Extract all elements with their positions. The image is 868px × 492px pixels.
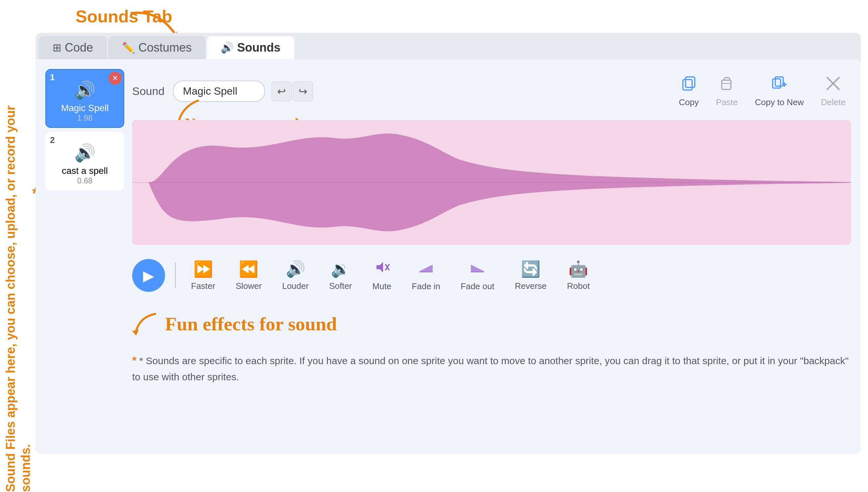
svg-rect-6 bbox=[773, 79, 780, 88]
sound-toolbar: Sound ↩ ↪ Copy bbox=[132, 69, 851, 114]
reverse-label: Reverse bbox=[515, 281, 547, 291]
undo-redo-group: ↩ ↪ bbox=[271, 81, 313, 101]
paste-button[interactable]: Paste bbox=[711, 72, 743, 110]
copy-button[interactable]: Copy bbox=[674, 72, 704, 110]
slower-label: Slower bbox=[236, 281, 262, 291]
tab-code-label: Code bbox=[65, 41, 93, 54]
sound-item-2-number: 2 bbox=[50, 135, 54, 145]
sound-item-2-name: cast a spell bbox=[62, 166, 108, 176]
softer-icon: 🔉 bbox=[331, 260, 351, 278]
fade-in-label: Fade in bbox=[412, 281, 440, 292]
copy-icon bbox=[680, 75, 697, 95]
tab-bar: ⊞ Code ✏️ Costumes 🔊 Sounds bbox=[35, 33, 861, 59]
copy-to-new-label: Copy to New bbox=[755, 97, 804, 107]
sound-item-1-name: Magic Spell bbox=[61, 103, 109, 114]
content-area: 1 ✕ 🔊 Magic Spell 1.98 2 🔊 cast a spell … bbox=[35, 59, 861, 453]
fade-out-label: Fade out bbox=[461, 281, 495, 292]
note-content: * Sounds are specific to each sprite. If… bbox=[132, 355, 849, 382]
sound-name-input[interactable] bbox=[173, 80, 265, 102]
paste-label: Paste bbox=[716, 97, 738, 107]
svg-rect-2 bbox=[683, 79, 692, 90]
softer-label: Softer bbox=[329, 281, 352, 291]
fun-effects-annotation: Fun effects for sound bbox=[165, 313, 337, 335]
sidebar-annotation: Sound Files appear here, you can choose,… bbox=[3, 82, 36, 492]
effect-softer[interactable]: 🔉 Softer bbox=[324, 257, 357, 294]
tab-sounds[interactable]: 🔊 Sounds bbox=[207, 36, 294, 59]
svg-rect-7 bbox=[775, 77, 783, 86]
svg-rect-3 bbox=[685, 77, 695, 88]
sounds-tab-annotation: Sounds Tab bbox=[76, 6, 172, 26]
louder-icon: 🔊 bbox=[286, 260, 306, 278]
faster-label: Faster bbox=[191, 281, 215, 291]
sound-item-1[interactable]: 1 ✕ 🔊 Magic Spell 1.98 bbox=[45, 69, 124, 128]
copy-to-new-icon bbox=[771, 75, 788, 95]
delete-label: Delete bbox=[821, 97, 846, 107]
fun-effects-row: Fun effects for sound bbox=[132, 306, 851, 338]
main-wrapper: ⊞ Code ✏️ Costumes 🔊 Sounds 1 ✕ 🔊 Magic … bbox=[35, 33, 861, 453]
sound-item-2[interactable]: 2 🔊 cast a spell 0.68 bbox=[45, 132, 124, 191]
undo-button[interactable]: ↩ bbox=[271, 81, 292, 101]
waveform-container bbox=[132, 120, 851, 245]
mute-icon bbox=[374, 259, 390, 279]
effect-reverse[interactable]: 🔄 Reverse bbox=[510, 257, 552, 294]
mute-label: Mute bbox=[372, 281, 392, 292]
fun-effects-arrow bbox=[132, 311, 159, 337]
sound-item-1-icon: 🔊 bbox=[74, 80, 96, 100]
play-button[interactable]: ▶ bbox=[132, 259, 165, 292]
reverse-icon: 🔄 bbox=[521, 260, 540, 278]
playback-controls: ▶ ⏩ Faster ⏪ Slower 🔊 Louder 🔉 Soft bbox=[132, 251, 851, 299]
sound-item-1-number: 1 bbox=[50, 72, 54, 82]
sound-editor: Sound ↩ ↪ Copy bbox=[132, 69, 851, 444]
note-text: * * Sounds are specific to each sprite. … bbox=[132, 345, 851, 391]
robot-label: Robot bbox=[567, 281, 590, 291]
effect-faster[interactable]: ⏩ Faster bbox=[186, 257, 221, 294]
fade-out-icon bbox=[469, 259, 485, 279]
costumes-icon: ✏️ bbox=[122, 42, 135, 54]
sound-item-2-icon: 🔊 bbox=[74, 143, 96, 163]
slower-icon: ⏪ bbox=[239, 260, 259, 278]
sound-item-1-delete[interactable]: ✕ bbox=[108, 72, 122, 85]
sounds-icon: 🔊 bbox=[221, 42, 234, 54]
delete-icon bbox=[825, 75, 842, 95]
fade-in-icon bbox=[418, 259, 434, 279]
effects-divider bbox=[175, 262, 176, 289]
note-asterisk: * bbox=[132, 354, 137, 366]
redo-button[interactable]: ↪ bbox=[293, 81, 313, 101]
paste-icon bbox=[718, 75, 736, 95]
effect-fade-in[interactable]: Fade in bbox=[406, 257, 445, 294]
svg-marker-19 bbox=[132, 330, 139, 336]
delete-button[interactable]: Delete bbox=[816, 72, 851, 110]
copy-to-new-button[interactable]: Copy to New bbox=[750, 72, 809, 110]
code-icon: ⊞ bbox=[53, 42, 62, 54]
tab-costumes[interactable]: ✏️ Costumes bbox=[108, 36, 206, 59]
waveform-svg bbox=[132, 120, 851, 245]
tab-costumes-label: Costumes bbox=[139, 41, 192, 54]
robot-icon: 🤖 bbox=[569, 260, 588, 278]
tab-code[interactable]: ⊞ Code bbox=[39, 36, 107, 59]
svg-rect-4 bbox=[722, 80, 731, 90]
effect-mute[interactable]: Mute bbox=[367, 257, 397, 294]
effect-slower[interactable]: ⏪ Slower bbox=[231, 257, 267, 294]
sound-label: Sound bbox=[132, 85, 164, 98]
tab-sounds-label: Sounds bbox=[237, 41, 281, 54]
faster-icon: ⏩ bbox=[193, 260, 213, 278]
louder-label: Louder bbox=[282, 281, 309, 291]
sound-list: 1 ✕ 🔊 Magic Spell 1.98 2 🔊 cast a spell … bbox=[45, 69, 124, 444]
effect-fade-out[interactable]: Fade out bbox=[455, 257, 500, 294]
copy-label: Copy bbox=[679, 97, 699, 107]
effect-louder[interactable]: 🔊 Louder bbox=[277, 257, 314, 294]
effect-robot[interactable]: 🤖 Robot bbox=[562, 257, 595, 294]
sound-item-1-duration: 1.98 bbox=[77, 114, 93, 123]
sound-item-2-duration: 0.68 bbox=[77, 176, 93, 186]
